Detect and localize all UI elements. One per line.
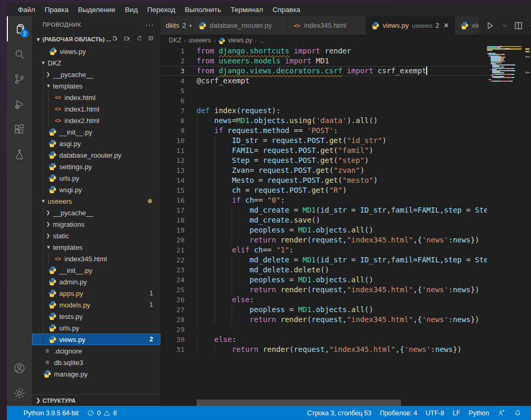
tab-views.py[interactable]: views.pyuseeers2✕ [366,16,455,35]
code-line-12[interactable]: 12Step = request.POST.get("step") [160,156,487,165]
code-line-1[interactable]: 1from django.shortcuts import render [160,46,487,56]
activity-run-and-debug[interactable] [7,92,32,117]
tab-diiits[interactable]: diiits2● [160,16,193,35]
breadcrumb[interactable]: DKZ›useeers›views.py›... [160,35,531,46]
tree-file-urls.py[interactable]: urls.py [32,322,160,334]
tree-file-index.html[interactable]: <>index.html [32,92,160,103]
menu-item-Правка[interactable]: Правка [40,4,73,15]
activity-account[interactable] [7,356,32,381]
status-problems[interactable]: 06 [83,410,121,417]
tree-folder-__pycache__[interactable]: ❯__pycache__ [32,207,160,218]
tree-file-views.py[interactable]: views.py2 [32,334,160,345]
tree-file-asgi.py[interactable]: asgi.py [32,138,160,149]
code-line-16[interactable]: 16if ch== "0": [160,195,487,205]
code-line-8[interactable]: 8news=MD1.objects.using('daata').all() [160,116,487,126]
status-python-interpreter[interactable]: Python 3.9.5 64-bit [19,410,83,417]
code-line-31[interactable]: 31return render(request,"index345.html",… [160,345,487,355]
code-line-6[interactable]: 6 [160,96,487,106]
tree-folder-templates[interactable]: ▼templates [32,241,160,253]
new-folder-icon[interactable] [124,36,132,43]
activity-source-control[interactable] [7,67,32,92]
tree-file-admin.py[interactable]: admin.py [32,276,160,288]
workspace-section-header[interactable]: ▼ (РАБОЧАЯ ОБЛАСТЬ) ... [32,33,160,46]
tree-file-__init__.py[interactable]: __init__.py [32,126,160,138]
code-line-17[interactable]: 17md_create = MD1(id_str = ID_str,famil=… [160,205,487,215]
tree-file-tests.py[interactable]: tests.py [32,311,160,322]
tree-folder-useeers[interactable]: ▼useeers [32,195,160,207]
menu-item-Справка[interactable]: Справка [268,4,305,15]
code-line-4[interactable]: 4@csrf_exempt [160,76,487,86]
tab-vie[interactable]: vie [455,16,479,35]
menu-item-Переход[interactable]: Переход [143,4,180,15]
split-editor-icon[interactable] [514,21,523,30]
menu-item-Терминал[interactable]: Терминал [226,4,268,15]
chevron-down-icon[interactable] [501,23,507,29]
code-line-30[interactable]: 30else: [160,335,487,345]
code-line-2[interactable]: 2from useeers.models import MD1 [160,56,487,66]
code-line-19[interactable]: 19peopless = MD1.objects.all() [160,225,487,235]
activity-search[interactable] [7,41,32,67]
status-encoding[interactable]: UTF-8 [421,410,448,417]
tree-file-.dcignore[interactable]: ≡.dcignore [32,345,160,357]
code-line-25[interactable]: 25return render(request,"index345.html",… [160,285,487,295]
code-line-11[interactable]: 11FAMIL= request.POST.get("famil") [160,146,487,156]
code-line-20[interactable]: 20return render(request,"index345.html",… [160,235,487,245]
code-line-15[interactable]: 15ch = request.POST.get("R") [160,185,487,195]
breadcrumb-item-views.py[interactable]: views.py [228,37,252,44]
code-line-29[interactable]: 29 [160,325,487,335]
tree-file-index2.html[interactable]: <>index2.html [32,115,160,126]
tab-database_roouter.py[interactable]: database_roouter.py [193,16,287,35]
status-language-mode[interactable]: Python [464,410,493,417]
tree-file-database_roouter.py[interactable]: database_roouter.py [32,149,160,161]
tree-folder-static[interactable]: ❯static [32,230,160,241]
menu-item-Выделение[interactable]: Выделение [73,4,121,15]
tree-file-urls.py[interactable]: urls.py [32,172,160,184]
tree-file-manage.py[interactable]: manage.py [32,368,160,380]
code-line-18[interactable]: 18md_create.save() [160,215,487,225]
code-line-28[interactable]: 28return render(request,"index345.html",… [160,315,487,325]
code-line-21[interactable]: 21elif ch== "1": [160,245,487,255]
code-line-27[interactable]: 27peopless = MD1.objects.all() [160,305,487,315]
tab-index345.html[interactable]: <>index345.html [287,16,366,35]
code-line-24[interactable]: 24peopless = MD1.objects.all() [160,275,487,285]
outline-section-header[interactable]: ❯ СТРУКТУРА [32,394,160,406]
tree-file-index345.html[interactable]: <>index345.html [32,253,160,264]
breadcrumb-item-DKZ[interactable]: DKZ [169,37,181,44]
explorer-more-icon[interactable]: ··· [145,20,154,29]
code-area[interactable]: 1from django.shortcuts import render2fro… [160,46,487,400]
horizontal-scrollbar[interactable] [197,400,401,406]
tree-file-db.sqlite3[interactable]: ≡db.sqlite3 [32,357,160,368]
tree-file-views.py[interactable]: views.py [32,46,160,57]
menu-item-Файл[interactable]: Файл [13,4,40,15]
minimap[interactable] [487,46,524,400]
tree-folder-migrations[interactable]: ❯migrations [32,218,160,230]
status-feedback[interactable] [493,409,510,417]
breadcrumb-item-useeers[interactable]: useeers [189,37,211,44]
new-file-icon[interactable] [112,36,120,43]
activity-extensions[interactable] [7,117,32,142]
menu-item-Вид[interactable]: Вид [120,4,142,15]
collapse-all-icon[interactable] [148,36,156,43]
code-line-26[interactable]: 26else: [160,295,487,305]
code-line-22[interactable]: 22md_delete = MD1(id_str = ID_str,famil=… [160,255,487,265]
close-icon[interactable]: ✕ [443,21,449,29]
code-line-23[interactable]: 23md_delete.delete() [160,265,487,275]
tree-folder-templates[interactable]: ▼templates [32,80,160,92]
status-notifications[interactable] [510,409,526,417]
run-icon[interactable] [485,21,495,30]
activity-settings[interactable] [7,381,32,406]
code-line-13[interactable]: 13Zvan= request.POST.get("zvan") [160,165,487,175]
code-line-3[interactable]: 3from django.views.decorators.csrf impor… [160,66,487,76]
code-line-5[interactable]: 5 [160,86,487,96]
status-indentation[interactable]: Пробелов: 4 [376,410,421,417]
status-cursor-position[interactable]: Строка 3, столбец 53 [303,410,376,417]
code-editor[interactable]: 1from django.shortcuts import render2fro… [160,46,531,406]
tree-file-index1.html[interactable]: <>index1.html [32,103,160,115]
status-eol[interactable]: LF [448,410,464,417]
activity-explorer[interactable]: 2 [7,16,32,41]
breadcrumb-item-...[interactable]: ... [259,37,265,44]
code-line-7[interactable]: 7def index(request): [160,106,487,116]
code-line-14[interactable]: 14Mesto = request.POST.get("mesto") [160,175,487,185]
tree-folder-__pycache__[interactable]: ❯__pycache__ [32,69,160,80]
tree-file-__init__.py[interactable]: __init__.py [32,264,160,276]
